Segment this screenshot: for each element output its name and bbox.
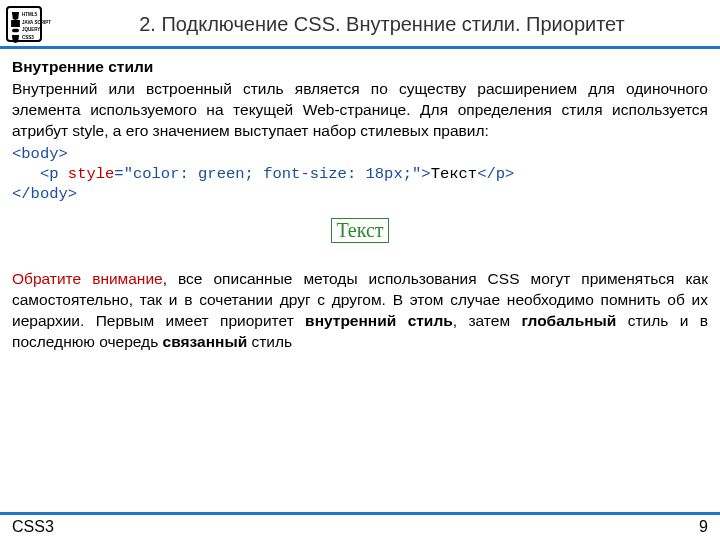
attention-b1: внутренний стиль [305,312,453,329]
svg-marker-0 [12,12,19,20]
attention-r2: , затем [453,312,522,329]
content: Внутренние стили Внутренний или встроенн… [0,49,720,353]
header: HTML5 JAVA SCRIPT JQUERY CSS3 2. Подключ… [0,0,720,49]
code-text: Текст [431,165,478,183]
code-eq: = [114,165,123,183]
svg-rect-2 [12,29,19,33]
code-body-open: <body> [12,145,68,163]
render-output: Текст [12,218,708,243]
attention-paragraph: Обратите внимание, все описанные методы … [12,269,708,353]
attention-lead: Обратите внимание [12,270,163,287]
code-p-gt: > [421,165,430,183]
attention-b3: связанный [163,333,248,350]
page-title: 2. Подключение CSS. Внутренние стили. Пр… [54,13,710,36]
attention-r4: стиль [247,333,292,350]
code-block: <body> <p style="color: green; font-size… [12,144,708,204]
badge-html5: HTML5 [22,13,37,18]
code-attr-val: "color: green; font-size: 18px;" [124,165,422,183]
badge-js: JAVA SCRIPT [22,21,51,26]
code-body-close: </body> [12,185,77,203]
intro-paragraph: Внутренний или встроенный стиль является… [12,79,708,142]
section-heading: Внутренние стили [12,57,708,78]
svg-marker-3 [12,35,19,43]
attention-b2: глобальный [521,312,616,329]
code-p-lt: < [40,165,49,183]
badge-jquery: JQUERY [22,28,40,33]
code-p-close: </p> [477,165,514,183]
badge-css3: CSS3 [22,36,34,41]
page-number: 9 [699,518,708,536]
footer: CSS3 9 [0,512,720,540]
tech-badge-icon: HTML5 JAVA SCRIPT JQUERY CSS3 [6,6,42,42]
footer-left: CSS3 [12,518,54,536]
render-text-box: Текст [331,218,388,243]
code-attr-name: style [68,165,115,183]
code-p-tag: p [49,165,68,183]
svg-rect-1 [11,20,20,27]
